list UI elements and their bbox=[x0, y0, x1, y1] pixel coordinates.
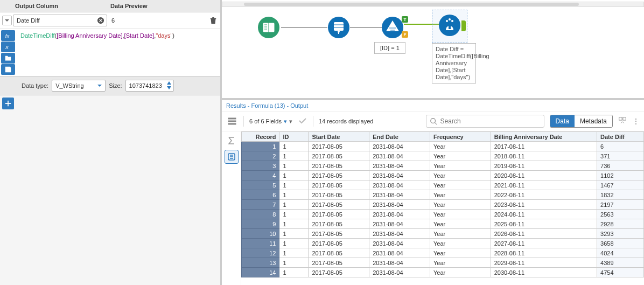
table-cell[interactable]: 2928 bbox=[597, 219, 644, 229]
table-cell[interactable]: 4024 bbox=[597, 248, 644, 258]
table-cell[interactable]: 2027-08-11 bbox=[491, 239, 597, 248]
table-cell[interactable]: 1 bbox=[279, 239, 309, 248]
table-cell[interactable]: 4389 bbox=[597, 258, 644, 268]
table-cell[interactable]: 2031-08-04 bbox=[369, 248, 430, 258]
table-cell[interactable]: 2031-08-04 bbox=[369, 239, 430, 248]
table-cell[interactable]: 2017-08-05 bbox=[309, 171, 369, 180]
apply-check-icon[interactable] bbox=[298, 116, 307, 127]
table-cell[interactable]: 2023-08-11 bbox=[491, 200, 597, 210]
table-cell[interactable]: Year bbox=[430, 210, 491, 219]
table-cell[interactable]: 2020-08-11 bbox=[491, 171, 597, 180]
table-cell[interactable]: 3293 bbox=[597, 229, 644, 239]
table-cell[interactable]: 2031-08-04 bbox=[369, 142, 430, 151]
size-spinner[interactable] bbox=[165, 80, 173, 90]
table-row[interactable]: 212017-08-052031-08-04Year2018-08-11371 bbox=[242, 151, 644, 161]
table-cell[interactable]: 10 bbox=[242, 229, 279, 239]
table-row[interactable]: 1312017-08-052031-08-04Year2029-08-11438… bbox=[242, 258, 644, 268]
collapse-toggle[interactable] bbox=[2, 16, 12, 25]
table-cell[interactable]: 7 bbox=[242, 200, 279, 210]
spinner-down-icon[interactable] bbox=[165, 85, 173, 90]
formula-tool-node[interactable] bbox=[438, 14, 461, 37]
table-cell[interactable]: 1102 bbox=[597, 171, 644, 180]
table-row[interactable]: 312017-08-052031-08-04Year2019-08-11736 bbox=[242, 161, 644, 171]
table-cell[interactable]: 1 bbox=[279, 268, 309, 277]
column-header[interactable]: End Date bbox=[369, 132, 430, 142]
table-cell[interactable]: 6 bbox=[597, 142, 644, 151]
table-cell[interactable]: 13 bbox=[242, 258, 279, 268]
table-row[interactable]: 912017-08-052031-08-04Year2025-08-112928 bbox=[242, 219, 644, 229]
table-cell[interactable]: 2031-08-04 bbox=[369, 258, 430, 268]
metadata-tab[interactable]: Metadata bbox=[575, 115, 612, 127]
table-cell[interactable]: Year bbox=[430, 180, 491, 190]
table-cell[interactable]: 2029-08-11 bbox=[491, 258, 597, 268]
search-input[interactable] bbox=[426, 115, 544, 128]
table-cell[interactable]: Year bbox=[430, 239, 491, 248]
table-cell[interactable]: 1 bbox=[279, 200, 309, 210]
table-cell[interactable]: Year bbox=[430, 142, 491, 151]
datatype-dropdown[interactable]: V_WString bbox=[52, 80, 106, 92]
generate-rows-tool-node[interactable] bbox=[327, 16, 350, 39]
actions-menu-icon[interactable] bbox=[226, 115, 238, 127]
table-cell[interactable]: 2026-08-11 bbox=[491, 229, 597, 239]
delete-icon[interactable] bbox=[208, 16, 218, 25]
table-cell[interactable]: 12 bbox=[242, 248, 279, 258]
table-cell[interactable]: Year bbox=[430, 171, 491, 180]
horizontal-scrollbar[interactable] bbox=[222, 2, 644, 7]
spinner-up-icon[interactable] bbox=[165, 80, 173, 85]
table-cell[interactable]: 2017-08-05 bbox=[309, 180, 369, 190]
table-row[interactable]: 1212017-08-052031-08-04Year2028-08-11402… bbox=[242, 248, 644, 258]
table-cell[interactable]: Year bbox=[430, 190, 491, 200]
table-cell[interactable]: 1 bbox=[279, 210, 309, 219]
data-metadata-toggle[interactable]: Data Metadata bbox=[550, 115, 613, 128]
table-cell[interactable]: 3 bbox=[242, 161, 279, 171]
fx-button[interactable]: fx bbox=[1, 30, 15, 41]
table-cell[interactable]: 2017-08-05 bbox=[309, 248, 369, 258]
add-expression-button[interactable] bbox=[2, 98, 14, 109]
table-cell[interactable]: 2017-08-05 bbox=[309, 268, 369, 277]
table-cell[interactable]: 2017-08-05 bbox=[309, 239, 369, 248]
table-cell[interactable]: Year bbox=[430, 229, 491, 239]
table-cell[interactable]: 2031-08-04 bbox=[369, 180, 430, 190]
cell-viewer-icon[interactable] bbox=[618, 116, 627, 126]
table-cell[interactable]: Year bbox=[430, 268, 491, 277]
table-cell[interactable]: Year bbox=[430, 161, 491, 171]
table-cell[interactable]: 2031-08-04 bbox=[369, 229, 430, 239]
table-cell[interactable]: 1 bbox=[279, 151, 309, 161]
table-cell[interactable]: Year bbox=[430, 248, 491, 258]
table-cell[interactable]: Year bbox=[430, 151, 491, 161]
kebab-icon[interactable]: ⋮ bbox=[632, 117, 640, 126]
table-cell[interactable]: 2017-08-11 bbox=[491, 142, 597, 151]
table-cell[interactable]: 2017-08-05 bbox=[309, 258, 369, 268]
column-header[interactable]: Frequency bbox=[430, 132, 491, 142]
table-cell[interactable]: 2017-08-05 bbox=[309, 161, 369, 171]
table-cell[interactable]: 2031-08-04 bbox=[369, 151, 430, 161]
table-cell[interactable]: 2017-08-05 bbox=[309, 210, 369, 219]
table-row[interactable]: 512017-08-052031-08-04Year2021-08-111467 bbox=[242, 180, 644, 190]
table-row[interactable]: 112017-08-052031-08-04Year2017-08-116 bbox=[242, 142, 644, 151]
table-row[interactable]: 712017-08-052031-08-04Year2023-08-112197 bbox=[242, 200, 644, 210]
table-cell[interactable]: 1 bbox=[242, 142, 279, 151]
table-cell[interactable]: 1467 bbox=[597, 180, 644, 190]
table-cell[interactable]: 2017-08-05 bbox=[309, 142, 369, 151]
fields-dropdown[interactable]: 6 of 6 Fields ▾ ▾ bbox=[249, 118, 292, 125]
table-cell[interactable]: 1 bbox=[279, 142, 309, 151]
table-cell[interactable]: 11 bbox=[242, 239, 279, 248]
clear-icon[interactable] bbox=[96, 16, 105, 25]
table-cell[interactable]: 5 bbox=[242, 180, 279, 190]
table-row[interactable]: 1112017-08-052031-08-04Year2027-08-11365… bbox=[242, 239, 644, 248]
input-tool-node[interactable] bbox=[257, 16, 280, 39]
column-header[interactable]: Start Date bbox=[309, 132, 369, 142]
table-cell[interactable]: 1 bbox=[279, 248, 309, 258]
filter-false-anchor[interactable]: F bbox=[402, 31, 408, 38]
table-cell[interactable]: 2028-08-11 bbox=[491, 248, 597, 258]
table-cell[interactable]: 2018-08-11 bbox=[491, 151, 597, 161]
table-cell[interactable]: 1 bbox=[279, 180, 309, 190]
table-cell[interactable]: Year bbox=[430, 200, 491, 210]
column-header[interactable]: Date Diff bbox=[597, 132, 644, 142]
table-cell[interactable]: 2563 bbox=[597, 210, 644, 219]
table-cell[interactable]: 1 bbox=[279, 219, 309, 229]
table-cell[interactable]: 8 bbox=[242, 210, 279, 219]
table-cell[interactable]: 6 bbox=[242, 190, 279, 200]
column-header[interactable]: ID bbox=[279, 132, 309, 142]
workflow-canvas[interactable]: T F [ID] = 1 Date Diff = DateTimeDiff([B… bbox=[222, 0, 644, 100]
